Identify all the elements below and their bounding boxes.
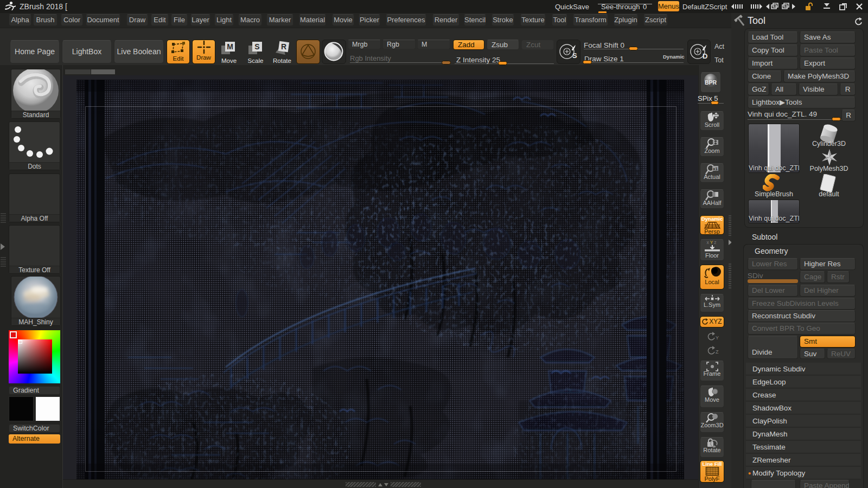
svg-text:Z: Z [716, 349, 719, 355]
svg-text:S: S [254, 42, 259, 51]
svg-text:M: M [227, 42, 233, 51]
svg-text:Y: Y [716, 335, 719, 341]
svg-text:D: D [703, 52, 707, 60]
svg-text:R: R [281, 42, 286, 51]
svg-text:x1: x1 [713, 166, 718, 171]
svg-text:S: S [572, 52, 577, 60]
